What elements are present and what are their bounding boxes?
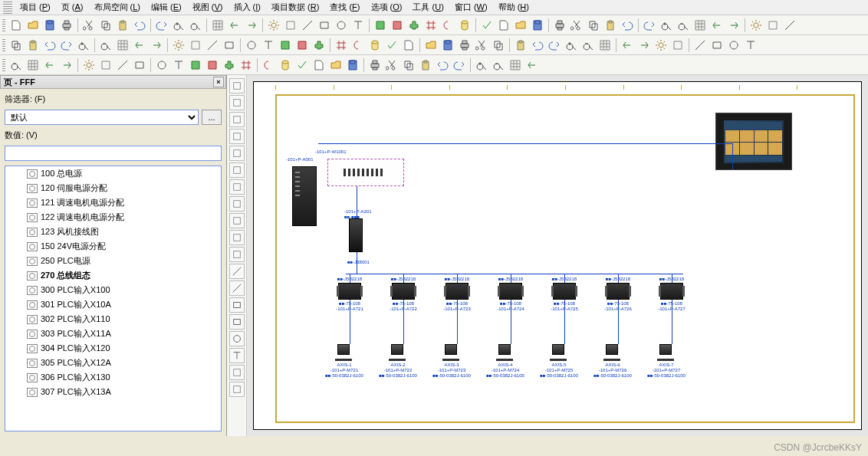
text-icon[interactable] (350, 18, 366, 33)
zoom-in-icon[interactable] (76, 38, 91, 53)
box-icon[interactable] (229, 365, 245, 380)
value-input[interactable] (5, 146, 222, 161)
save-icon[interactable] (345, 57, 360, 73)
zoom-in-icon[interactable] (474, 57, 489, 73)
line-icon[interactable] (782, 18, 797, 33)
new-icon[interactable] (8, 18, 24, 33)
zoom-out-icon[interactable] (98, 38, 113, 53)
circle-icon[interactable] (154, 57, 169, 73)
text-icon[interactable] (229, 348, 245, 363)
gear-icon[interactable] (266, 18, 281, 33)
box-icon[interactable] (229, 247, 245, 262)
menu-item[interactable]: 视图 (V) (188, 0, 228, 15)
redo-icon[interactable] (59, 38, 74, 53)
hash-icon[interactable] (423, 18, 439, 33)
tree-page-item[interactable]: 150 24V电源分配 (5, 239, 221, 254)
print-icon[interactable] (367, 57, 383, 73)
menu-item[interactable]: 帮助 (H) (494, 0, 534, 15)
open-icon[interactable] (513, 18, 528, 33)
filter-select[interactable]: 默认 (5, 110, 199, 125)
tree-page-item[interactable]: 301 PLC输入X10A (5, 297, 221, 312)
plugin-icon[interactable] (311, 38, 327, 53)
menu-item[interactable]: 窗口 (W) (450, 0, 492, 15)
box-icon[interactable] (229, 230, 245, 245)
box-icon[interactable] (229, 129, 245, 144)
arrow-right-icon[interactable] (244, 18, 259, 33)
tree-page-item[interactable]: 305 PLC输入X12A (5, 356, 221, 370)
gear-icon[interactable] (81, 57, 97, 73)
box-icon[interactable] (229, 179, 245, 195)
circle-icon[interactable] (244, 38, 259, 53)
grid-icon[interactable] (692, 18, 708, 33)
box-icon[interactable] (283, 18, 298, 33)
line-icon[interactable] (300, 18, 315, 33)
copy-icon[interactable] (401, 57, 416, 73)
tree-page-item[interactable]: 250 PLC电源 (5, 254, 221, 268)
red-icon[interactable] (294, 38, 310, 53)
tree-page-item[interactable]: 302 PLC输入X110 (5, 312, 221, 326)
green-icon[interactable] (278, 38, 293, 53)
open-icon[interactable] (328, 57, 344, 73)
zoom-out-icon[interactable] (8, 57, 24, 73)
gear-icon[interactable] (653, 38, 669, 53)
box-icon[interactable] (229, 95, 245, 110)
paste-icon[interactable] (115, 18, 130, 33)
arrow-right-icon[interactable] (149, 38, 164, 53)
arrow-left-icon[interactable] (524, 57, 540, 73)
zoom-in-icon[interactable] (171, 18, 186, 33)
page-tree[interactable]: 100 总电源120 伺服电源分配121 调速电机电源分配122 调速电机电源分… (5, 166, 222, 431)
arrow-left-icon[interactable] (132, 38, 147, 53)
open-icon[interactable] (25, 18, 41, 33)
menu-item[interactable]: 项目 (P) (15, 0, 55, 15)
copy-icon[interactable] (98, 18, 113, 33)
tree-page-item[interactable]: 300 PLC输入X100 (5, 283, 221, 297)
menu-item[interactable]: 项目数据 (R) (267, 0, 324, 15)
undo-icon[interactable] (132, 18, 147, 33)
box-icon[interactable] (229, 196, 245, 212)
zoom-out-icon[interactable] (491, 57, 506, 73)
redo-icon[interactable] (154, 18, 169, 33)
check-icon[interactable] (294, 57, 310, 73)
zoom-in-icon[interactable] (564, 38, 579, 53)
grid-icon[interactable] (508, 57, 523, 73)
menu-item[interactable]: 查找 (F) (325, 0, 364, 15)
grid-icon[interactable] (597, 38, 613, 53)
filter-options-button[interactable]: ... (202, 110, 222, 125)
cut-icon[interactable] (569, 18, 584, 33)
circle-icon[interactable] (229, 331, 245, 346)
arrow-left-icon[interactable] (620, 38, 635, 53)
grid-icon[interactable] (210, 18, 225, 33)
box-icon[interactable] (229, 382, 245, 397)
rect-icon[interactable] (317, 18, 332, 33)
copy-icon[interactable] (491, 38, 506, 53)
green-icon[interactable] (188, 57, 203, 73)
red-icon[interactable] (390, 18, 405, 33)
menu-item[interactable]: 页 (A) (57, 0, 88, 15)
paste-icon[interactable] (418, 57, 433, 73)
box-icon[interactable] (229, 112, 245, 127)
snap-icon[interactable] (261, 57, 276, 73)
undo-icon[interactable] (42, 38, 58, 53)
panel-close-button[interactable]: × (213, 77, 224, 87)
gear-icon[interactable] (748, 18, 764, 33)
snap-icon[interactable] (440, 18, 455, 33)
db-icon[interactable] (278, 57, 293, 73)
db-icon[interactable] (457, 18, 472, 33)
arrow-left-icon[interactable] (42, 57, 58, 73)
box-icon[interactable] (229, 78, 245, 93)
circle-icon[interactable] (334, 18, 349, 33)
zoom-out-icon[interactable] (188, 18, 203, 33)
new-icon[interactable] (496, 18, 511, 33)
print-icon[interactable] (457, 38, 472, 53)
check-icon[interactable] (479, 18, 495, 33)
rect-icon[interactable] (222, 38, 237, 53)
snap-icon[interactable] (350, 38, 366, 53)
tree-page-item[interactable]: 270 总线组态 (5, 268, 221, 283)
box-icon[interactable] (229, 213, 245, 228)
paste-icon[interactable] (25, 38, 41, 53)
tree-page-item[interactable]: 123 风机接线图 (5, 225, 221, 239)
circle-icon[interactable] (726, 38, 741, 53)
plugin-icon[interactable] (406, 18, 422, 33)
text-icon[interactable] (171, 57, 186, 73)
text-icon[interactable] (743, 38, 758, 53)
